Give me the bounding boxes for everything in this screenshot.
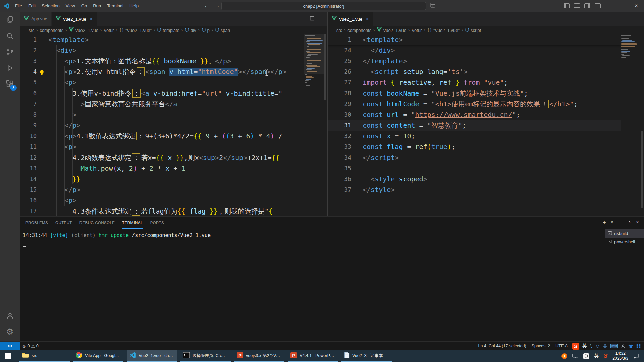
problems-status[interactable]: ⊗ 0 ⚠ 0	[20, 342, 41, 350]
code-line-10[interactable]: 10 <p>4.1数值表达式绑定：9+(3+6)*4/2={{ 9 + ((3 …	[20, 131, 304, 141]
menu-view[interactable]: View	[63, 0, 78, 12]
breadcrumb-item[interactable]: span	[215, 27, 230, 33]
ime-punct-icon[interactable]: ’,	[590, 343, 592, 349]
breadcrumb-item[interactable]: template	[157, 27, 179, 33]
notification-center-icon[interactable]	[633, 353, 639, 359]
code-line-11[interactable]: 11 <p>	[20, 141, 304, 152]
extensions-icon[interactable]: 3	[0, 76, 20, 92]
close-icon[interactable]: ✕	[629, 0, 644, 12]
code-line-13[interactable]: 13 Math.pow(x, 2) + 2 * x + 1	[20, 163, 304, 174]
more-actions-icon[interactable]: ⋯	[319, 16, 325, 22]
code-line-7[interactable]: 7 >国家智慧教育公共服务平台</a	[20, 99, 304, 109]
panel-tab-output[interactable]: OUTPUT	[55, 217, 72, 229]
code-line-29[interactable]: 29const htmlCode = "<h1>使用em标记的显示内容的效果！<…	[328, 99, 621, 109]
minimap[interactable]	[621, 34, 641, 58]
more-actions-icon[interactable]: ⋯	[636, 16, 642, 22]
code-line-15[interactable]: 15 </p>	[20, 184, 304, 195]
menu-help[interactable]: Help	[126, 0, 142, 12]
new-terminal-icon[interactable]: +	[603, 219, 606, 225]
taskbar-item-chrome[interactable]: Vite App - Googl...	[73, 350, 123, 362]
toggle-secondary-sidebar-icon[interactable]	[584, 3, 590, 8]
breadcrumb-item[interactable]: Vue2_1.vue	[69, 27, 98, 33]
shirt-icon[interactable]	[628, 344, 633, 348]
toggle-sidebar-icon[interactable]	[564, 3, 570, 8]
code-line-27[interactable]: 27import { reactive, ref } from "vue";	[328, 77, 621, 88]
minimize-icon[interactable]: ─	[598, 0, 613, 12]
maximize-panel-icon[interactable]: ∧	[628, 220, 631, 224]
code-line-4[interactable]: 4 <p>2.使用v-html指令：<span v-html="htmlCode…	[20, 66, 304, 77]
code-editor-right[interactable]: 1<template>24 </div>25</template>26 <scr…	[328, 34, 621, 216]
scrollbar[interactable]	[640, 34, 644, 216]
lightbulb-icon[interactable]	[39, 69, 45, 77]
breadcrumb-item[interactable]: Vetur	[104, 28, 114, 33]
taskbar-item-ppt[interactable]: PV4.4.1 - PowerPoi...	[288, 350, 338, 362]
scrollbar[interactable]	[323, 34, 327, 216]
close-panel-icon[interactable]: ✕	[636, 220, 639, 225]
code-line-34[interactable]: 34</script>	[328, 152, 621, 163]
cursor-position[interactable]: Ln 4, Col 44 (17 selected)	[475, 342, 529, 350]
close-icon[interactable]: ×	[90, 16, 93, 22]
code-line-36[interactable]: 36 <style scoped>	[328, 174, 621, 184]
menu-run[interactable]: Run	[90, 0, 104, 12]
mouse-tray-icon[interactable]	[583, 353, 589, 359]
minimap[interactable]	[304, 34, 324, 87]
indentation[interactable]: Spaces: 2	[529, 342, 553, 350]
taskbar-item-ppt[interactable]: Pvuejs3.x-第2章Vue...	[234, 350, 284, 362]
code-line-30[interactable]: 30const url = "https://www.smartedu.cn/"…	[328, 109, 621, 120]
settings-gear-icon[interactable]: ⚙	[0, 324, 20, 340]
back-arrow-icon[interactable]: ←	[204, 3, 209, 9]
sogou-tray-icon[interactable]: S	[604, 353, 607, 359]
terminal-instance-powershell[interactable]: powershell	[605, 238, 644, 246]
breadcrumb-item[interactable]: components	[347, 28, 371, 33]
tab-Vue2_1.vue[interactable]: Vue2_1.vue×	[52, 12, 97, 26]
person-icon[interactable]	[621, 344, 625, 348]
code-line-3[interactable]: 3 <p>1.文本插值：图书名称是{{ bookName }}。</p>	[20, 56, 304, 66]
code-line-5[interactable]: 5 <p>	[20, 77, 304, 88]
keyboard-icon[interactable]: ⌨	[610, 343, 618, 349]
code-line-16[interactable]: 16 <p>	[20, 195, 304, 206]
panel-more-icon[interactable]: ⋯	[618, 219, 623, 225]
breadcrumb-item[interactable]: src	[29, 28, 34, 33]
panel-tab-terminal[interactable]: TERMINAL	[122, 217, 143, 229]
breadcrumb-item[interactable]: Vue2_1.vue	[377, 27, 406, 33]
code-line-9[interactable]: 9 </p>	[20, 120, 304, 131]
code-line-1[interactable]: 1<template>	[328, 34, 621, 45]
run-debug-icon[interactable]	[0, 60, 20, 76]
taskbar-item-cmd[interactable]: 选择管理员: C:\Wi...	[180, 350, 231, 362]
toggle-panel-icon[interactable]	[574, 3, 580, 8]
taskbar-clock[interactable]: 14:32 2025/3/3	[612, 351, 628, 361]
breadcrumb-item[interactable]: {}"Vue2_1.vue"	[427, 28, 460, 33]
breadcrumb-item[interactable]: components	[40, 28, 63, 33]
encoding[interactable]: UTF-8	[553, 342, 570, 350]
breadcrumb-item[interactable]: {}"Vue2_1.vue"	[119, 28, 152, 33]
start-button[interactable]	[0, 350, 16, 362]
panel-tab-ports[interactable]: PORTS	[150, 217, 164, 229]
breadcrumb-item[interactable]: script	[465, 27, 481, 33]
source-control-icon[interactable]	[0, 44, 20, 60]
code-line-1[interactable]: 1<template>	[20, 34, 304, 45]
ime-lang-tray-icon[interactable]: 英	[594, 353, 599, 359]
close-icon[interactable]: ×	[366, 16, 369, 22]
monitor-tray-icon[interactable]	[572, 353, 578, 359]
code-line-28[interactable]: 28const bookName = "Vue.js前端框架技术与实战";	[328, 88, 621, 99]
code-line-24[interactable]: 24 </div>	[328, 45, 621, 56]
code-line-35[interactable]: 35	[328, 163, 621, 174]
code-line-14[interactable]: 14 }}	[20, 174, 304, 184]
split-editor-icon[interactable]	[310, 16, 315, 22]
remote-indicator[interactable]: ><	[0, 342, 20, 350]
launch-profile-chevron-icon[interactable]: ∨	[611, 220, 614, 224]
sogou-logo-icon[interactable]: S	[572, 343, 579, 350]
terminal-instance-esbuild[interactable]: esbuild	[605, 229, 644, 238]
panel-tab-problems[interactable]: PROBLEMS	[25, 217, 48, 229]
code-line-17[interactable]: 17 4.3条件表达式绑定：若flag值为{{ flag }}，则我的选择是"{	[20, 206, 304, 216]
taskbar-item-folder[interactable]: src	[19, 350, 70, 362]
command-center-search[interactable]: chap2 [Administrator]	[221, 2, 426, 10]
mic-icon[interactable]	[603, 344, 607, 349]
menu-file[interactable]: File	[12, 0, 25, 12]
code-line-2[interactable]: 2 <div>	[20, 45, 304, 56]
taskbar-item-vscode[interactable]: Vue2_1.vue - cha...	[127, 350, 177, 362]
code-line-8[interactable]: 8 >	[20, 109, 304, 120]
code-line-12[interactable]: 12 4.2函数表达式绑定：若x={{ x }},则x<sup>2</sup>+…	[20, 152, 304, 163]
smiley-icon[interactable]: ☺	[595, 343, 600, 349]
layout-extra-icon[interactable]	[430, 3, 435, 9]
